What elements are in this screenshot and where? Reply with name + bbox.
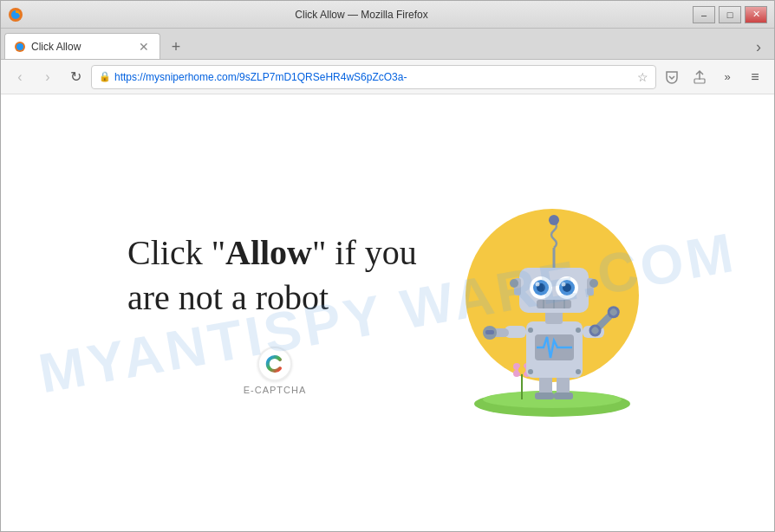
captcha-c-icon [257,347,292,381]
maximize-button[interactable]: □ [719,6,741,23]
window-controls: – □ ✕ [693,6,767,23]
svg-point-44 [536,282,540,287]
svg-point-24 [576,369,581,374]
minimize-button[interactable]: – [693,6,715,23]
svg-point-39 [510,279,518,288]
url-bar[interactable]: 🔒 https://mysniperhome.com/9sZLP7mD1QRSe… [91,65,656,89]
svg-point-48 [562,282,566,287]
allow-word: Allow [225,233,312,272]
tab-favicon [14,41,26,53]
share-icon [692,69,707,85]
captcha-logo-icon [263,352,287,376]
reload-button[interactable]: ↻ [63,65,88,89]
close-button[interactable]: ✕ [745,6,767,23]
page-content: MYANTISPY WARE.COM Click "Allow" if you … [1,94,774,531]
extensions-button[interactable]: » [715,65,739,89]
back-button[interactable]: ‹ [8,65,32,89]
tab-label: Click Allow [31,41,132,53]
pocket-icon [664,69,680,85]
captcha-logo-area: E-CAPTCHA [127,347,422,395]
bookmark-star-icon[interactable]: ☆ [637,70,648,84]
svg-rect-28 [485,330,494,334]
svg-point-23 [528,369,533,374]
svg-point-50 [549,215,559,225]
svg-rect-18 [554,393,573,399]
forward-button[interactable]: › [36,65,60,89]
titlebar: Click Allow — Mozilla Firefox – □ ✕ [1,1,774,29]
window-title: Click Allow — Mozilla Firefox [30,9,693,21]
svg-point-21 [528,328,533,333]
main-content-left: Click "Allow" if you are not a robot [127,230,422,395]
captcha-label: E-CAPTCHA [244,385,307,395]
svg-point-22 [576,328,581,333]
tabbar: Click Allow ✕ + › [1,29,774,60]
tab-list-button[interactable]: › [746,35,771,59]
firefox-logo [8,7,23,23]
pocket-button[interactable] [660,65,684,89]
captcha-instruction: Click "Allow" if you are not a robot [127,230,422,321]
svg-point-14 [518,367,525,373]
svg-point-40 [589,279,598,288]
toolbar: ‹ › ↻ 🔒 https://mysniperhome.com/9sZLP7m… [1,60,774,94]
robot-illustration [457,200,648,425]
svg-rect-17 [535,393,554,399]
toolbar-right: » ≡ [660,65,767,89]
https-lock-icon: 🔒 [99,71,111,82]
url-text: https://mysniperhome.com/9sZLP7mD1QRSeHR… [114,71,634,83]
share-button[interactable] [687,65,712,89]
page-inner: Click "Allow" if you are not a robot [93,165,682,460]
text-part1: Click " [127,233,225,272]
menu-button[interactable]: ≡ [743,65,767,89]
new-tab-button[interactable]: + [164,35,188,59]
robot-svg [457,200,648,425]
tab-close-button[interactable]: ✕ [137,40,151,54]
svg-point-3 [16,43,23,50]
browser-window: Click Allow — Mozilla Firefox – □ ✕ Clic… [0,0,775,532]
active-tab[interactable]: Click Allow ✕ [4,33,160,59]
